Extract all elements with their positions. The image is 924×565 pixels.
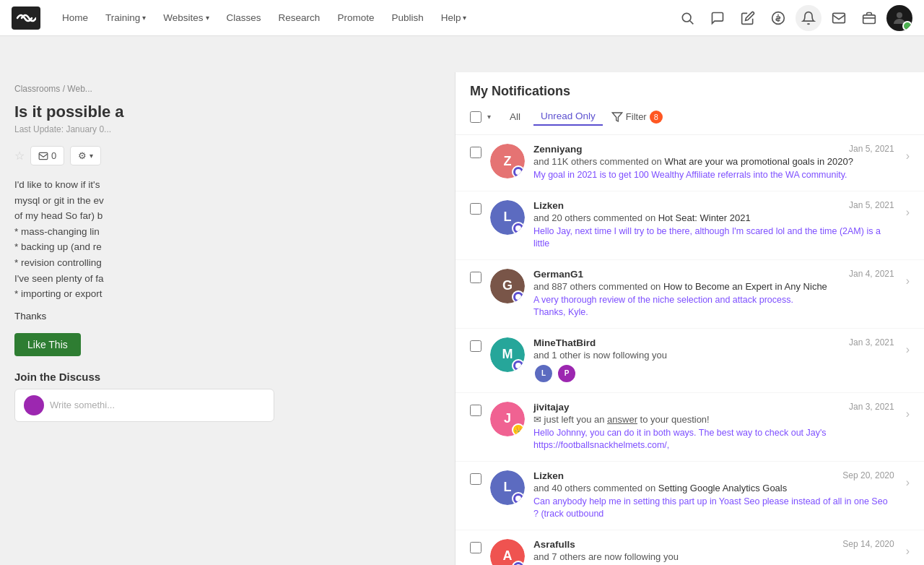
- chevron-right-icon[interactable]: ›: [906, 275, 910, 288]
- thanks-text: Thanks: [14, 311, 274, 322]
- nav-research[interactable]: Research: [271, 8, 328, 27]
- email-count: 0: [51, 150, 56, 161]
- notif-checkbox[interactable]: [470, 405, 481, 416]
- edit-button[interactable]: [735, 5, 761, 31]
- chevron-right-icon[interactable]: ›: [906, 150, 910, 163]
- star-button[interactable]: ☆: [14, 149, 25, 163]
- notif-sender: Lizken: [533, 470, 564, 481]
- search-button[interactable]: [674, 5, 700, 31]
- notification-item[interactable]: Z Zenniyang Jan 5, 2021 and 11K others c…: [456, 135, 924, 191]
- like-button[interactable]: Like This: [14, 333, 81, 356]
- notif-checkbox[interactable]: [470, 340, 481, 352]
- notif-checkbox[interactable]: [470, 203, 481, 215]
- notif-checkbox[interactable]: [470, 147, 481, 158]
- notif-action-text: ✉ just left you an answer to your questi…: [533, 414, 894, 425]
- notif-date: Sep 14, 2020: [842, 539, 894, 549]
- chevron-right-icon[interactable]: ›: [906, 343, 910, 356]
- tab-all[interactable]: All: [502, 108, 528, 125]
- page-title: Is it possible a: [14, 103, 274, 121]
- chevron-right-icon[interactable]: ›: [906, 476, 910, 489]
- follower-avatars: LP: [533, 363, 894, 384]
- comment-input-area[interactable]: Write somethi...: [14, 389, 274, 422]
- notif-sender: Zenniyang: [533, 144, 583, 155]
- nav-home[interactable]: Home: [55, 8, 95, 27]
- notif-action-text: and 11K others commented on What are you…: [533, 156, 894, 167]
- notif-avatar: L: [490, 200, 525, 235]
- purple-badge: [512, 165, 525, 178]
- notif-date: Jan 3, 2021: [849, 402, 894, 412]
- notification-item[interactable]: J 👑 jivitajay Jan 3, 2021 ✉ just left yo…: [456, 393, 924, 462]
- user-avatar[interactable]: [886, 5, 912, 31]
- notif-top: Zenniyang Jan 5, 2021: [533, 144, 894, 155]
- notif-avatar: G: [490, 269, 525, 303]
- notif-date: Jan 5, 2021: [849, 200, 894, 210]
- filter-label: Filter: [626, 111, 647, 122]
- navbar: Home Training ▾ Websites ▾ Classes Resea…: [0, 0, 924, 36]
- notif-top: Asrafulls Sep 14, 2020: [533, 539, 894, 550]
- notification-item[interactable]: G GermanG1 Jan 4, 2021 and 887 others co…: [456, 260, 924, 329]
- notif-checkbox[interactable]: [470, 272, 481, 283]
- filter-button[interactable]: Filter 8: [611, 111, 663, 124]
- notif-action-text: and 1 other is now following you: [533, 350, 894, 361]
- join-discussion: Join the Discuss Write somethi...: [14, 371, 274, 422]
- notification-item[interactable]: L Lizken Sep 20, 2020 and 40 others comm…: [456, 462, 924, 530]
- chevron-right-icon[interactable]: ›: [906, 545, 910, 558]
- nav-websites[interactable]: Websites ▾: [156, 8, 216, 27]
- notif-action-text: and 887 others commented on How to Becom…: [533, 281, 894, 292]
- nav-publish[interactable]: Publish: [384, 8, 430, 27]
- notif-preview: Hello Johnny, you can do it in both ways…: [533, 427, 894, 452]
- select-all-checkbox[interactable]: [470, 111, 481, 123]
- nav-promote[interactable]: Promote: [330, 8, 381, 27]
- purple-badge: [512, 492, 525, 505]
- svg-point-13: [515, 496, 521, 501]
- comment-placeholder: Write somethi...: [50, 400, 115, 410]
- notif-body: Lizken Sep 20, 2020 and 40 others commen…: [533, 470, 894, 521]
- svg-rect-7: [39, 152, 48, 159]
- nav-help[interactable]: Help ▾: [434, 8, 474, 27]
- notif-top: Lizken Jan 5, 2021: [533, 200, 894, 211]
- nav-classes[interactable]: Classes: [219, 8, 269, 27]
- notif-date: Jan 3, 2021: [849, 337, 894, 348]
- select-dropdown-arrow[interactable]: ▾: [487, 113, 491, 121]
- action-bar: ☆ 0 ⚙ ▾: [14, 146, 274, 165]
- settings-button[interactable]: ⚙ ▾: [70, 146, 101, 165]
- notif-action-text: and 40 others commented on Setting Googl…: [533, 483, 894, 493]
- chevron-right-icon[interactable]: ›: [906, 407, 910, 420]
- email-button[interactable]: [826, 5, 852, 31]
- briefcase-button[interactable]: [856, 5, 882, 31]
- svg-marker-8: [612, 113, 622, 121]
- notification-item[interactable]: M MineThatBird Jan 3, 2021 and 1 other i…: [456, 329, 924, 393]
- filter-count-badge: 8: [650, 111, 663, 124]
- purple-badge: [512, 222, 525, 235]
- dollar-button[interactable]: [765, 5, 791, 31]
- notif-checkbox[interactable]: [470, 542, 481, 553]
- svg-point-12: [515, 363, 521, 368]
- notif-avatar: Z: [490, 144, 525, 178]
- tab-unread[interactable]: Unread Only: [533, 108, 603, 126]
- follower-avatar: L: [533, 363, 554, 384]
- notifications-title: My Notifications: [470, 84, 910, 99]
- notifications-button[interactable]: [796, 5, 821, 31]
- svg-point-6: [897, 12, 902, 18]
- notif-checkbox[interactable]: [470, 473, 481, 485]
- notif-sender: GermanG1: [533, 269, 583, 280]
- answer-link[interactable]: answer: [607, 414, 637, 425]
- purple-badge: [512, 290, 525, 303]
- email-count-button[interactable]: 0: [30, 146, 64, 165]
- notification-item[interactable]: A Asrafulls Sep 14, 2020 and 7 others ar…: [456, 530, 924, 566]
- notif-avatar: L: [490, 470, 525, 505]
- chat-button[interactable]: [705, 5, 731, 31]
- chevron-down-icon: ▾: [142, 14, 146, 22]
- follower-avatar: P: [557, 363, 577, 384]
- nav-training[interactable]: Training ▾: [98, 8, 153, 27]
- chevron-right-icon[interactable]: ›: [906, 206, 910, 219]
- site-logo[interactable]: [12, 7, 40, 30]
- chevron-down-icon: ▾: [463, 14, 466, 22]
- body-text: I'd like to know if it's mysql or git in…: [14, 177, 274, 302]
- crown-badge: 👑: [512, 423, 525, 436]
- notif-preview: Can anybody help me in setting this part…: [533, 496, 894, 521]
- notif-avatar: J 👑: [490, 402, 525, 436]
- notification-item[interactable]: L Lizken Jan 5, 2021 and 20 others comme…: [456, 191, 924, 260]
- svg-line-1: [690, 20, 694, 24]
- svg-point-0: [682, 13, 691, 22]
